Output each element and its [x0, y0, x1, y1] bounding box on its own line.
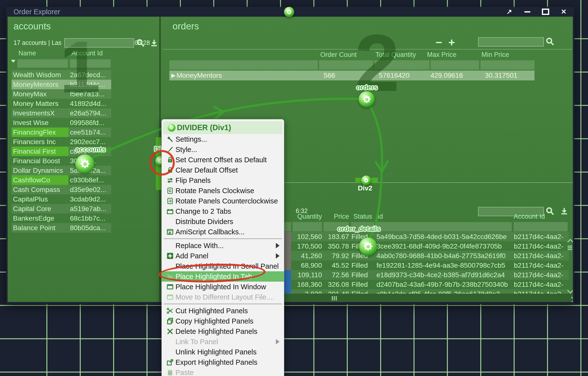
- scrollbar-grip-icon[interactable]: [332, 296, 337, 301]
- side-indicator: [284, 241, 291, 251]
- menu-item-flip-panels[interactable]: Flip Panels: [162, 175, 284, 186]
- details-col-account-id[interactable]: Account Id: [514, 213, 545, 220]
- orders-filter-input[interactable]: [431, 60, 479, 70]
- menu-item-unlink-panels[interactable]: Unlink Highlighted Panels: [162, 347, 284, 357]
- table-row-selected[interactable]: MoneyMentorsb2117d4c...: [12, 80, 111, 89]
- menu-item-clear-offset-default[interactable]: Clear Default Offset: [162, 165, 284, 175]
- details-col-id[interactable]: Id: [377, 213, 383, 220]
- table-row[interactable]: 41,26079.92Filled4ab0c780-9688-41b0-b4a6…: [284, 251, 569, 261]
- accounts-id-filter-input[interactable]: [70, 59, 111, 68]
- zoom-in-button[interactable]: +: [448, 36, 455, 49]
- details-filter-input[interactable]: [293, 222, 322, 231]
- table-row[interactable]: BankersEdge68c1bb7c...: [12, 213, 111, 223]
- orders-row-name[interactable]: MoneyMentors: [176, 72, 324, 79]
- vertical-scrollbar-thumb[interactable]: [568, 246, 572, 251]
- menu-item-copy-panels[interactable]: Copy Highlighted Panels: [162, 316, 284, 326]
- orders-filter-input[interactable]: [481, 60, 535, 70]
- accounts-node-gear-icon[interactable]: [75, 154, 94, 174]
- table-row[interactable]: Wealth Wisdom2a67decd...: [12, 70, 111, 80]
- orders-row-total-quantity: 57616420: [379, 72, 430, 79]
- accounts-col-account-id[interactable]: Account Id: [71, 50, 103, 57]
- table-row[interactable]: Money Matters41892d4d...: [12, 99, 111, 108]
- table-row-highlighted[interactable]: CashflowCoc930b8ef...: [12, 175, 111, 185]
- menu-item-distribute-dividers[interactable]: Distribute Dividers: [162, 216, 284, 227]
- table-row[interactable]: Cash Compassd35e9e02...: [12, 185, 111, 194]
- table-row[interactable]: 109,11072.56Fillede18d9373-c34b-4ce2-b38…: [284, 270, 569, 280]
- hammer-icon: [165, 135, 175, 143]
- accounts-search-icon[interactable]: [136, 38, 145, 48]
- copy-icon: [165, 317, 175, 325]
- menu-item-cut-panels[interactable]: Cut Highlighted Panels: [162, 306, 284, 316]
- details-filter-input[interactable]: [284, 222, 291, 231]
- scissors-icon: [165, 307, 175, 315]
- orders-filter-input[interactable]: [169, 60, 318, 70]
- zoom-out-button[interactable]: −: [436, 36, 442, 49]
- submenu-arrow-icon: [276, 253, 280, 259]
- table-row[interactable]: Financial Boost30...08...: [12, 156, 111, 166]
- menu-item-settings[interactable]: Settings...: [162, 134, 284, 144]
- orders-row-max-price: 429.09616: [430, 72, 485, 79]
- orders-col-max-price[interactable]: Max Price: [427, 51, 456, 59]
- table-row[interactable]: Capital Corea519e7ab...: [12, 204, 111, 213]
- table-row[interactable]: 2,820291.48Filledc8b1c3dc-cf85-4fcc-80f5…: [284, 289, 569, 294]
- minimize-icon[interactable]: [524, 8, 531, 15]
- menu-item-set-offset-default[interactable]: Set Current Offset as Default: [162, 155, 284, 165]
- div2-gear-icon[interactable]: [361, 175, 371, 185]
- details-search-icon[interactable]: [545, 206, 555, 216]
- table-row[interactable]: Dollar Dynamics5aa1102a...: [12, 166, 111, 175]
- table-row[interactable]: 170,500350.78Filled3cee3921-68df-409d-9b…: [284, 241, 569, 251]
- orders-header-divider: [163, 49, 572, 50]
- table-row[interactable]: 168,360326.08Filledd2407ba2-43a6-49b7-9b…: [284, 280, 569, 289]
- table-row[interactable]: 102,560183.67Filled5a49bca3-7d58-4ded-b0…: [284, 232, 569, 241]
- table-row[interactable]: 68,90045.52Filledfe192281-1285-4e94-aa3e…: [284, 261, 569, 270]
- menu-item-replace-with[interactable]: Replace With...: [162, 240, 284, 251]
- popout-icon[interactable]: ↗: [506, 8, 513, 15]
- details-download-icon[interactable]: [560, 207, 568, 215]
- close-icon[interactable]: ✕: [560, 8, 567, 15]
- orders-group-row[interactable]: ▶ MoneyMentors 566 57616420 429.09616 30…: [169, 71, 535, 80]
- details-filter-input[interactable]: [375, 222, 512, 231]
- table-row[interactable]: Invest Wise099586fd...: [12, 118, 111, 127]
- menu-item-style[interactable]: Style...: [162, 144, 284, 155]
- menu-item-place-in-window[interactable]: Place Highlighted In Window: [162, 282, 284, 292]
- maximize-icon[interactable]: [542, 8, 549, 15]
- orders-node-gear-icon[interactable]: [359, 91, 375, 107]
- desktop-background: Order Explorer ↗ ✕ accounts 1 17 account…: [0, 0, 588, 376]
- menu-item-rotate-clockwise[interactable]: Rotate Panels Clockwise: [162, 186, 284, 196]
- expand-arrow-icon[interactable]: ▶: [171, 72, 175, 79]
- table-row[interactable]: InvestmentsXe26a5794...: [12, 108, 111, 118]
- titlebar-gear-icon[interactable]: [284, 7, 294, 17]
- menu-item-delete-panels[interactable]: Delete Highlighted Panels: [162, 326, 284, 337]
- menu-item-move-to-layout-file: Move to Different Layout File....: [162, 292, 284, 302]
- orders-col-order-count[interactable]: Order Count: [320, 51, 357, 59]
- menu-header-divider: DIVIDER (Div1): [163, 121, 282, 134]
- side-indicator: [284, 280, 291, 289]
- menu-item-export-panels[interactable]: Export Highlighted Panels: [162, 357, 284, 367]
- title-bar[interactable]: Order Explorer ↗ ✕: [6, 7, 574, 17]
- details-col-quantity[interactable]: Quantity: [293, 213, 322, 220]
- details-col-status[interactable]: Status: [353, 213, 372, 220]
- order-details-node-gear-icon[interactable]: [359, 238, 377, 256]
- orders-search-input[interactable]: [478, 37, 544, 47]
- menu-item-change-to-2-tabs[interactable]: Change to 2 Tabs: [162, 206, 284, 216]
- accounts-search-input[interactable]: [64, 38, 134, 48]
- table-row[interactable]: MoneyMaxf5ee7a13...: [12, 89, 111, 99]
- table-row-highlighted[interactable]: FinancingFlexcee51b74...: [12, 127, 111, 137]
- orders-col-total-quantity[interactable]: Total Quantity: [375, 51, 416, 59]
- details-filter-input[interactable]: [514, 222, 568, 231]
- sort-descending-icon[interactable]: [11, 60, 15, 63]
- accounts-col-name[interactable]: Name: [18, 50, 36, 57]
- accounts-download-icon[interactable]: [150, 39, 158, 47]
- accounts-name-filter-input[interactable]: [17, 59, 68, 68]
- menu-item-amiscript-callbacks[interactable]: AmiScript Callbacks...: [162, 227, 284, 237]
- orders-filter-input[interactable]: [319, 60, 373, 70]
- menu-item-add-panel[interactable]: Add Panel: [162, 251, 284, 261]
- table-row[interactable]: CapitalPlus3cdab9d2...: [12, 194, 111, 204]
- orders-search-icon[interactable]: [545, 37, 555, 46]
- orders-col-min-price[interactable]: Min Price: [481, 51, 509, 59]
- table-row[interactable]: Balance Point80b05dca...: [12, 223, 111, 233]
- orders-filter-input[interactable]: [374, 60, 429, 70]
- menu-item-rotate-counterclockwise[interactable]: Rotate Panels Counterclockwise: [162, 196, 284, 206]
- table-row[interactable]: Financiers Inc2902ecc7...: [12, 137, 111, 147]
- details-col-price[interactable]: Price: [323, 213, 349, 220]
